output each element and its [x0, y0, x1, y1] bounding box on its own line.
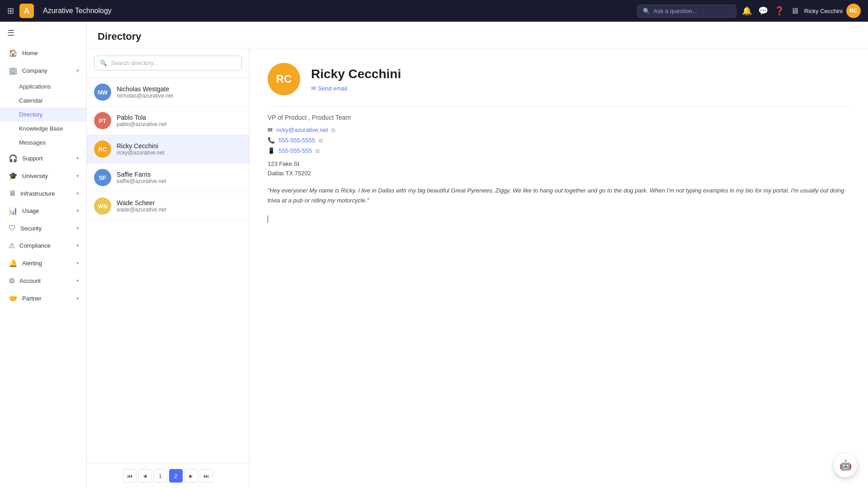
directory-list-pane: 🔍 NW Nicholas Westgate nicholas@azurativ…	[87, 48, 250, 488]
page-first-button[interactable]: ⏮	[123, 469, 137, 483]
page-next-button[interactable]: ►	[184, 469, 198, 483]
partner-icon: 🤝	[9, 294, 18, 303]
sidebar-item-security[interactable]: 🛡 Security ▾	[0, 220, 86, 237]
phone-icon: 📞	[268, 137, 275, 144]
entry-name: Saffie Farris	[117, 171, 166, 178]
chevron-down-icon: ▾	[76, 191, 79, 197]
sidebar-item-compliance[interactable]: ⚠ Compliance ▾	[0, 237, 86, 254]
sidebar-toggle[interactable]: ☰	[0, 22, 86, 44]
pagination: ⏮ ◄ 1 2 ► ⏭	[87, 463, 249, 488]
profile-avatar: RC	[268, 63, 300, 95]
sidebar-item-alerting[interactable]: 🔔 Alerting ▾	[0, 254, 86, 272]
user-menu[interactable]: Ricky Cecchini RC	[804, 4, 861, 18]
profile-email-link[interactable]: ricky@azurative.net	[276, 127, 328, 133]
entry-email: nicholas@azurative.net	[117, 93, 173, 99]
sidebar-item-knowledge-base[interactable]: Knowledge Base	[0, 122, 86, 136]
global-search[interactable]: 🔍 Ask a question...	[637, 5, 736, 18]
sidebar-item-applications[interactable]: Applications	[0, 80, 86, 94]
profile-pane: RC Ricky Cecchini ✉ Send email VP of Pro…	[250, 48, 868, 488]
sidebar-item-partner[interactable]: 🤝 Partner ▾	[0, 290, 86, 307]
mobile-icon: 📱	[268, 147, 275, 154]
profile-phone-link[interactable]: 555-555-5555	[278, 137, 315, 144]
profile-mobile-row: 📱 555-555-555 ⧉	[268, 147, 850, 154]
grid-icon[interactable]: ⊞	[7, 6, 14, 16]
directory-entry-ws[interactable]: WS Wade Scheer wade@azurative.net	[87, 192, 249, 221]
page-2-button[interactable]: 2	[169, 469, 183, 483]
send-email-link[interactable]: ✉ Send email	[311, 85, 401, 92]
avatar-nw: NW	[94, 84, 111, 101]
email-icon: ✉	[268, 127, 273, 133]
entry-info-ws: Wade Scheer wade@azurative.net	[117, 199, 166, 213]
topnav: ⊞ A Azurative Technology 🔍 Ask a questio…	[0, 0, 868, 22]
chevron-down-icon: ▾	[76, 208, 79, 214]
topnav-icons: 🔔 💬 ❓ 🖥	[742, 6, 799, 16]
profile-divider	[268, 106, 850, 107]
entry-info-rc: Ricky Cecchini ricky@azurative.net	[117, 142, 165, 156]
university-icon: 🎓	[9, 172, 18, 180]
app-logo: A	[19, 4, 34, 18]
company-icon: 🏢	[9, 66, 18, 75]
sidebar-item-calendar[interactable]: Calendar	[0, 94, 86, 108]
avatar-rc: RC	[94, 141, 111, 158]
entry-info-pt: Pablo Tola pablo@azurative.net	[117, 114, 166, 127]
entry-email: ricky@azurative.net	[117, 150, 165, 156]
sidebar-item-usage[interactable]: 📊 Usage ▾	[0, 202, 86, 220]
user-avatar: RC	[846, 4, 861, 18]
entry-name: Nicholas Westgate	[117, 85, 173, 93]
sidebar-item-home[interactable]: 🏠 Home	[0, 44, 86, 62]
chevron-down-icon: ▾	[76, 296, 79, 301]
sidebar-item-university[interactable]: 🎓 University ▾	[0, 167, 86, 185]
content-area: 🔍 NW Nicholas Westgate nicholas@azurativ…	[87, 48, 868, 488]
chevron-down-icon: ▾	[76, 278, 79, 284]
chevron-down-icon: ▾	[76, 173, 79, 179]
profile-name: Ricky Cecchini	[311, 67, 401, 81]
search-bar[interactable]: 🔍	[94, 56, 242, 70]
sidebar-item-messages[interactable]: Messages	[0, 136, 86, 150]
directory-entry-sf[interactable]: SF Saffie Farris saffie@azurative.net	[87, 164, 249, 192]
directory-entry-rc[interactable]: RC Ricky Cecchini ricky@azurative.net	[87, 135, 249, 164]
chevron-down-icon: ▾	[76, 260, 79, 266]
home-icon: 🏠	[9, 49, 18, 57]
directory-entries: NW Nicholas Westgate nicholas@azurative.…	[87, 78, 249, 463]
avatar-ws: WS	[94, 197, 111, 215]
security-icon: 🛡	[9, 224, 16, 232]
user-name: Ricky Cecchini	[804, 8, 843, 14]
page-last-button[interactable]: ⏭	[200, 469, 213, 483]
chevron-down-icon: ▾	[76, 243, 79, 249]
sidebar-item-directory[interactable]: Directory	[0, 108, 86, 122]
copy-mobile-icon[interactable]: ⧉	[316, 148, 320, 154]
sidebar: ☰ 🏠 Home 🏢 Company ▾ Applications Calend…	[0, 22, 87, 488]
usage-icon: 📊	[9, 206, 18, 215]
entry-name: Wade Scheer	[117, 199, 166, 206]
profile-address: 123 Fake St Dallas TX 75202	[268, 160, 850, 178]
search-bar-wrapper: 🔍	[87, 48, 249, 78]
sidebar-item-account[interactable]: ⚙ Account ▾	[0, 272, 86, 290]
chat-icon[interactable]: 💬	[758, 6, 768, 16]
directory-entry-pt[interactable]: PT Pablo Tola pablo@azurative.net	[87, 107, 249, 135]
copy-phone-icon[interactable]: ⧉	[319, 137, 323, 144]
page-1-button[interactable]: 1	[154, 469, 167, 483]
sidebar-item-support[interactable]: 🎧 Support ▾	[0, 150, 86, 167]
profile-mobile-link[interactable]: 555-555-555	[278, 147, 312, 154]
compliance-icon: ⚠	[9, 241, 15, 250]
entry-email: wade@azurative.net	[117, 206, 166, 213]
help-icon[interactable]: ❓	[774, 6, 784, 16]
chat-bubble[interactable]: 🤖	[834, 454, 857, 477]
chevron-down-icon: ▾	[76, 155, 79, 161]
avatar-pt: PT	[94, 112, 111, 129]
text-cursor	[268, 216, 268, 223]
alerting-icon: 🔔	[9, 259, 18, 267]
sidebar-item-company[interactable]: 🏢 Company ▾	[0, 62, 86, 80]
copy-email-icon[interactable]: ⧉	[331, 127, 335, 133]
page-prev-button[interactable]: ◄	[138, 469, 152, 483]
sidebar-item-infrastructure[interactable]: 🖥 Infrastructure ▾	[0, 185, 86, 202]
entry-info-nw: Nicholas Westgate nicholas@azurative.net	[117, 85, 173, 99]
screen-icon[interactable]: 🖥	[791, 6, 799, 16]
entry-email: pablo@azurative.net	[117, 121, 166, 127]
bell-icon[interactable]: 🔔	[742, 6, 752, 16]
directory-entry-nw[interactable]: NW Nicholas Westgate nicholas@azurative.…	[87, 78, 249, 107]
page-header: Directory	[87, 22, 868, 48]
entry-info-sf: Saffie Farris saffie@azurative.net	[117, 171, 166, 184]
directory-search-input[interactable]	[111, 60, 236, 66]
profile-meta: VP of Product , Product Team ✉ ricky@azu…	[268, 114, 850, 206]
